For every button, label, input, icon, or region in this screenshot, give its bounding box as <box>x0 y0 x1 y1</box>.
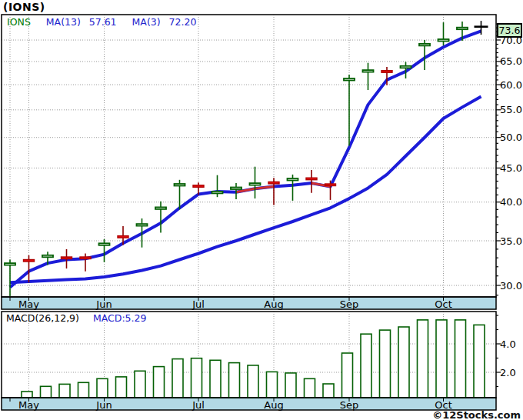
chart-canvas <box>0 0 523 420</box>
month-label-macd-May: May <box>18 399 39 411</box>
price-y-label-50.0: 50.0 <box>500 132 522 143</box>
macd-header-label: MACD(26,12,9) <box>6 312 79 324</box>
month-label-macd-Jun: Jun <box>96 399 112 411</box>
month-label-price-Aug: Aug <box>264 298 283 310</box>
month-label-price-Sep: Sep <box>340 298 359 310</box>
macd-header-value: MACD:5.29 <box>93 312 147 324</box>
copyright-text: ©12Stocks.com <box>432 409 521 420</box>
price-y-label-70.0: 70.0 <box>500 35 522 46</box>
macd-y-label-4.0: 4.0 <box>500 338 516 350</box>
month-label-macd-Aug: Aug <box>264 399 283 411</box>
legend-ma3-value: 72.20 <box>169 16 197 28</box>
stock-chart-page: (IONS) IONS MA(13) 57.61 MA(3) 72.20 73.… <box>0 0 523 420</box>
price-y-label-35.0: 35.0 <box>500 235 522 247</box>
legend-ma3-label: MA(3) <box>132 16 161 28</box>
month-label-macd-Sep: Sep <box>340 399 359 411</box>
legend-symbol: IONS <box>7 16 31 28</box>
price-y-label-30.0: 30.0 <box>500 280 522 292</box>
month-label-macd-Jul: Jul <box>192 399 205 411</box>
price-legend: IONS MA(13) 57.61 MA(3) 72.20 <box>7 16 208 28</box>
month-label-price-Jun: Jun <box>96 298 112 310</box>
price-y-label-60.0: 60.0 <box>500 79 522 91</box>
macd-header: MACD(26,12,9) MACD:5.29 <box>6 312 146 324</box>
page-title: (IONS) <box>3 1 45 13</box>
macd-y-label-2.0: 2.0 <box>500 367 516 378</box>
month-label-price-Oct: Oct <box>435 298 451 310</box>
price-y-label-45.0: 45.0 <box>500 162 522 174</box>
legend-ma13-value: 57.61 <box>89 16 117 28</box>
price-y-label-65.0: 65.0 <box>500 55 522 67</box>
price-y-label-55.0: 55.0 <box>500 104 522 115</box>
month-label-price-Jul: Jul <box>192 298 205 310</box>
legend-ma13-label: MA(13) <box>46 16 81 28</box>
month-label-price-May: May <box>18 298 39 310</box>
price-y-label-40.0: 40.0 <box>500 196 522 208</box>
